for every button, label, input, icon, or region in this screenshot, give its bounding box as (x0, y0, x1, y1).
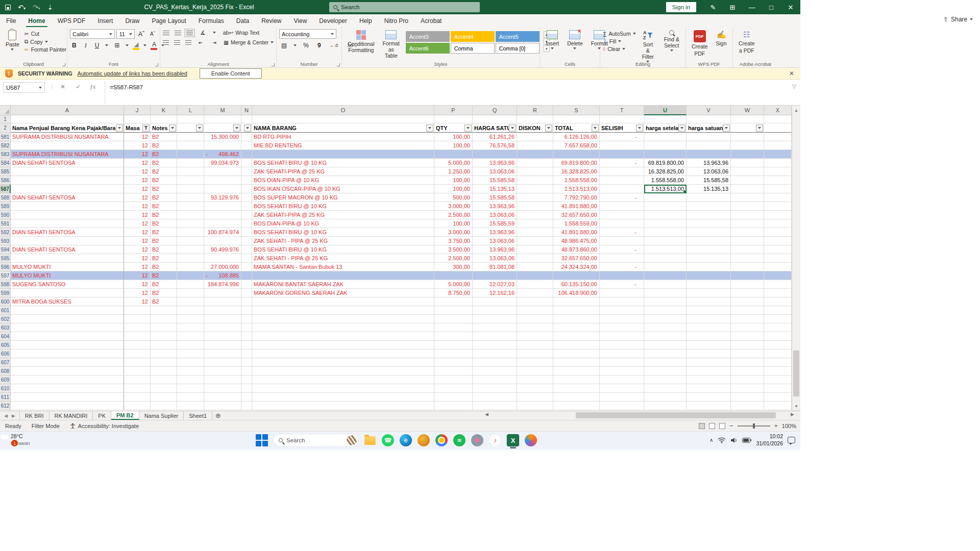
cell-O584[interactable]: BOS SEHATI BIRU @ 10 KG (252, 159, 434, 167)
cell-J604[interactable] (124, 332, 151, 341)
cell-A605[interactable] (11, 341, 124, 349)
italic-button[interactable]: I (83, 42, 89, 49)
cell-V607[interactable] (687, 358, 731, 367)
tab-help[interactable]: Help (353, 14, 378, 27)
security-warning-message[interactable]: Automatic update of links has been disab… (78, 70, 187, 77)
cell-T2[interactable]: SELISIH (600, 123, 644, 133)
cell-X593[interactable] (764, 237, 792, 245)
cell-N611[interactable] (241, 393, 252, 402)
cell-K605[interactable] (151, 341, 177, 349)
cell-L608[interactable] (177, 367, 204, 375)
cell-Q594[interactable]: 13.963,96 (473, 245, 517, 254)
cell-O602[interactable] (252, 315, 434, 323)
column-header-K[interactable]: K (151, 106, 177, 115)
cell-A583[interactable]: SUPRAMA DISTRIBUSI NUSANTARA (11, 150, 124, 159)
row-header-612[interactable]: 612 (0, 402, 11, 410)
cell-J603[interactable] (124, 323, 151, 332)
increase-decimal-icon[interactable]: ←.0 (328, 43, 340, 48)
cell-Q602[interactable] (473, 315, 517, 323)
cell-S593[interactable]: 48.986.475,00 (553, 237, 600, 245)
cell-R582[interactable] (517, 141, 553, 150)
cell-S601[interactable] (553, 306, 600, 315)
row-header-590[interactable]: 590 (0, 211, 11, 219)
cell-S609[interactable] (553, 375, 600, 384)
cell-W605[interactable] (731, 341, 764, 349)
cell-K586[interactable]: B2 (151, 176, 177, 185)
zoom-out-icon[interactable]: − (729, 422, 733, 430)
cell-L604[interactable] (177, 332, 204, 341)
middle-align-icon[interactable] (175, 31, 181, 35)
format-painter-button[interactable]: ✏Format Painter (24, 46, 66, 53)
increase-font-icon[interactable]: Aˆ (136, 29, 146, 39)
cell-X591[interactable] (764, 219, 792, 228)
name-box[interactable]: U587 (3, 82, 45, 93)
cell-U607[interactable] (644, 358, 687, 367)
cell-R598[interactable] (517, 280, 553, 289)
cell-J581[interactable]: 12 (124, 133, 151, 141)
cell-T584[interactable]: - (600, 159, 644, 167)
cell-T1[interactable] (600, 115, 644, 123)
cell-X585[interactable] (764, 167, 792, 176)
cell-S600[interactable] (553, 297, 600, 306)
cell-O604[interactable] (252, 332, 434, 341)
cell-Q600[interactable] (473, 297, 517, 306)
acrobat-create-pdf-button[interactable]: ☷ Createa PDF (736, 29, 758, 60)
cell-A599[interactable] (11, 289, 124, 297)
column-header-R[interactable]: R (517, 106, 553, 115)
cell-V2[interactable]: harga satuan (687, 123, 731, 133)
title-search-box[interactable]: Search (329, 2, 480, 12)
cell-A595[interactable] (11, 254, 124, 263)
cell-K606[interactable] (151, 349, 177, 358)
row-header-1[interactable]: 1 (0, 115, 11, 123)
cell-P594[interactable]: 3.500,00 (434, 245, 473, 254)
cell-J611[interactable] (124, 393, 151, 402)
cell-R594[interactable] (517, 245, 553, 254)
cell-M590[interactable] (204, 211, 241, 219)
font-family-combo[interactable]: Calibri (70, 29, 115, 39)
cell-L595[interactable] (177, 254, 204, 263)
column-header-T[interactable]: T (600, 106, 644, 115)
cell-U604[interactable] (644, 332, 687, 341)
cell-U599[interactable] (644, 289, 687, 297)
cell-O601[interactable] (252, 306, 434, 315)
cell-T594[interactable]: - (600, 245, 644, 254)
cell-M586[interactable] (204, 176, 241, 185)
cell-A607[interactable] (11, 358, 124, 367)
cell-S596[interactable]: 24.324.324,00 (553, 263, 600, 271)
close-button[interactable]: ✕ (781, 0, 800, 14)
cell-K608[interactable] (151, 367, 177, 375)
sheet-tab-sheet1[interactable]: Sheet1 (184, 411, 212, 420)
cell-P586[interactable]: 100,00 (434, 176, 473, 185)
sheet-tab-rk-bri[interactable]: RK BRI (19, 411, 50, 420)
cell-X583[interactable] (764, 150, 792, 159)
cell-S582[interactable]: 7.657.658,00 (553, 141, 600, 150)
cell-V581[interactable] (687, 133, 731, 141)
style-accent5[interactable]: Accent5 (496, 31, 540, 42)
cell-S588[interactable]: 7.792.790,00 (553, 193, 600, 202)
cell-U597[interactable] (644, 271, 687, 280)
cell-O600[interactable] (252, 297, 434, 306)
cell-M583[interactable]: -498.462 (204, 150, 241, 159)
redo-icon[interactable]: ↷▾ (33, 4, 40, 11)
cell-L610[interactable] (177, 384, 204, 393)
row-header-603[interactable]: 603 (0, 323, 11, 332)
cell-A593[interactable] (11, 237, 124, 245)
cell-S605[interactable] (553, 341, 600, 349)
tray-expand-icon[interactable]: ∧ (709, 437, 713, 443)
cell-K600[interactable]: B2 (151, 297, 177, 306)
cell-L602[interactable] (177, 315, 204, 323)
cell-M597[interactable]: -108.885 (204, 271, 241, 280)
cell-A587[interactable] (11, 185, 124, 193)
cell-J601[interactable] (124, 306, 151, 315)
cell-L612[interactable] (177, 402, 204, 410)
cell-Q611[interactable] (473, 393, 517, 402)
cell-W585[interactable] (731, 167, 764, 176)
row-header-589[interactable]: 589 (0, 202, 11, 211)
cell-K588[interactable]: B2 (151, 193, 177, 202)
cell-M607[interactable] (204, 358, 241, 367)
cell-J593[interactable]: 12 (124, 237, 151, 245)
cell-X587[interactable] (764, 185, 792, 193)
filter-button-R[interactable] (545, 124, 552, 132)
cell-J608[interactable] (124, 367, 151, 375)
cell-A2[interactable]: Nama Penjual Barang Kena Pajak/Bara (11, 123, 124, 133)
